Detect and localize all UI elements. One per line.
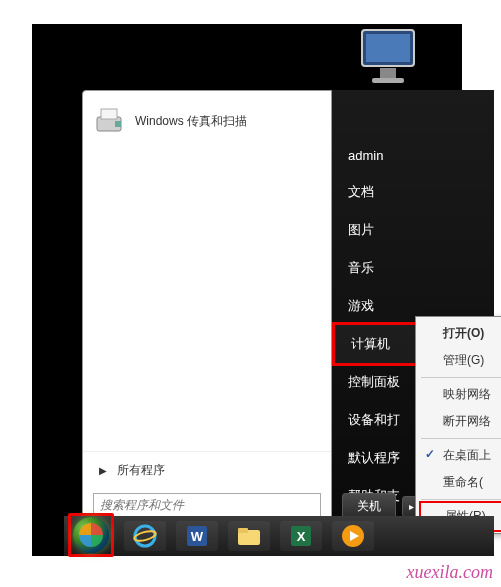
windows-orb-icon (73, 517, 109, 553)
ctx-divider (421, 377, 501, 378)
start-menu-left-panel: Windows 传真和扫描 ▶ 所有程序 (82, 90, 332, 530)
taskbar-excel[interactable]: X (280, 521, 322, 551)
all-programs-label: 所有程序 (117, 462, 165, 479)
svg-text:W: W (191, 529, 204, 544)
ctx-show-on-desktop[interactable]: 在桌面上 (419, 442, 501, 469)
svg-rect-1 (366, 34, 410, 62)
program-item-fax-scan[interactable]: Windows 传真和扫描 (91, 103, 323, 139)
svg-rect-2 (380, 68, 396, 78)
taskbar-media-player[interactable] (332, 521, 374, 551)
right-item-pictures[interactable]: 图片 (332, 211, 494, 249)
program-item-label: Windows 传真和扫描 (135, 113, 247, 130)
taskbar-word[interactable]: W (176, 521, 218, 551)
ctx-open[interactable]: 打开(O) (419, 320, 501, 347)
svg-rect-5 (101, 109, 117, 119)
right-item-music[interactable]: 音乐 (332, 249, 494, 287)
search-input[interactable] (93, 493, 321, 517)
arrow-right-icon: ▶ (99, 465, 107, 476)
all-programs-button[interactable]: ▶ 所有程序 (83, 451, 331, 489)
context-menu: 打开(O) 管理(G) 映射网络 断开网络 在桌面上 重命名( 属性(R) (415, 316, 501, 534)
ctx-manage[interactable]: 管理(G) (419, 347, 501, 374)
programs-list: Windows 传真和扫描 (83, 91, 331, 451)
ctx-disconnect-network[interactable]: 断开网络 (419, 408, 501, 435)
desktop-background: Windows 传真和扫描 ▶ 所有程序 admin 文档 图片 音乐 游戏 计… (32, 24, 462, 556)
taskbar: W X (64, 516, 494, 556)
svg-text:X: X (297, 529, 306, 544)
svg-point-7 (135, 526, 155, 546)
ctx-divider (421, 499, 501, 500)
taskbar-explorer[interactable] (228, 521, 270, 551)
start-button[interactable] (68, 513, 114, 557)
svg-rect-6 (115, 121, 121, 127)
search-container (93, 493, 321, 517)
ctx-map-network[interactable]: 映射网络 (419, 381, 501, 408)
fax-scan-icon (95, 107, 127, 135)
computer-monitor-icon[interactable] (354, 26, 426, 90)
watermark-text: xuexila.com (407, 562, 493, 583)
ctx-divider (421, 438, 501, 439)
svg-rect-12 (238, 528, 248, 533)
svg-rect-3 (372, 78, 404, 83)
right-item-documents[interactable]: 文档 (332, 173, 494, 211)
ctx-rename[interactable]: 重命名( (419, 469, 501, 496)
right-item-admin[interactable]: admin (332, 138, 494, 173)
taskbar-ie[interactable] (124, 521, 166, 551)
